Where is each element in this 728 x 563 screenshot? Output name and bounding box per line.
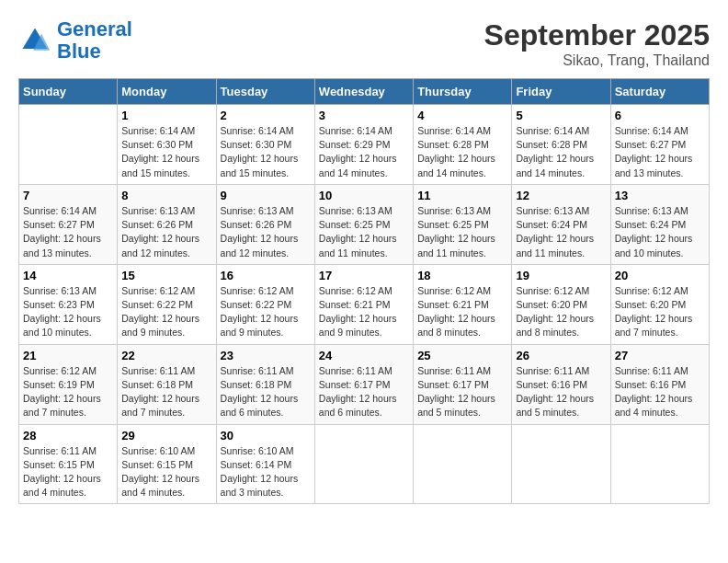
- title-area: September 2025 Sikao, Trang, Thailand: [484, 18, 710, 69]
- logo-icon: [18, 24, 51, 57]
- calendar-cell: [19, 105, 118, 185]
- calendar-cell: 28Sunrise: 6:11 AM Sunset: 6:15 PM Dayli…: [19, 424, 118, 504]
- calendar-cell: 17Sunrise: 6:12 AM Sunset: 6:21 PM Dayli…: [314, 264, 413, 344]
- day-number: 11: [417, 189, 507, 202]
- day-number: 4: [417, 109, 507, 122]
- day-info: Sunrise: 6:11 AM Sunset: 6:17 PM Dayligh…: [319, 364, 409, 420]
- day-header-tuesday: Tuesday: [216, 79, 314, 105]
- calendar-cell: 11Sunrise: 6:13 AM Sunset: 6:25 PM Dayli…: [414, 184, 512, 264]
- day-number: 1: [121, 109, 211, 122]
- day-info: Sunrise: 6:13 AM Sunset: 6:24 PM Dayligh…: [516, 204, 606, 260]
- calendar-cell: 9Sunrise: 6:13 AM Sunset: 6:26 PM Daylig…: [216, 184, 314, 264]
- day-info: Sunrise: 6:13 AM Sunset: 6:25 PM Dayligh…: [319, 204, 409, 260]
- day-info: Sunrise: 6:10 AM Sunset: 6:14 PM Dayligh…: [221, 444, 311, 500]
- day-info: Sunrise: 6:12 AM Sunset: 6:21 PM Dayligh…: [319, 284, 409, 340]
- calendar-cell: 16Sunrise: 6:12 AM Sunset: 6:22 PM Dayli…: [216, 264, 314, 344]
- calendar-cell: 20Sunrise: 6:12 AM Sunset: 6:20 PM Dayli…: [610, 264, 709, 344]
- logo-line1: General: [57, 17, 132, 40]
- day-number: 21: [23, 349, 113, 362]
- calendar-cell: [610, 424, 709, 504]
- day-number: 8: [121, 189, 211, 202]
- calendar-cell: 7Sunrise: 6:14 AM Sunset: 6:27 PM Daylig…: [19, 184, 118, 264]
- day-info: Sunrise: 6:11 AM Sunset: 6:15 PM Dayligh…: [23, 444, 113, 500]
- calendar-week-row: 1Sunrise: 6:14 AM Sunset: 6:30 PM Daylig…: [19, 105, 710, 185]
- calendar-cell: 29Sunrise: 6:10 AM Sunset: 6:15 PM Dayli…: [118, 424, 216, 504]
- day-number: 20: [615, 269, 705, 282]
- logo-line2: Blue: [57, 40, 132, 63]
- day-info: Sunrise: 6:12 AM Sunset: 6:22 PM Dayligh…: [121, 284, 211, 340]
- day-number: 14: [23, 269, 113, 282]
- calendar-cell: 12Sunrise: 6:13 AM Sunset: 6:24 PM Dayli…: [512, 184, 610, 264]
- calendar-cell: 6Sunrise: 6:14 AM Sunset: 6:27 PM Daylig…: [610, 105, 709, 185]
- day-info: Sunrise: 6:12 AM Sunset: 6:22 PM Dayligh…: [221, 284, 311, 340]
- calendar-cell: [414, 424, 512, 504]
- day-header-saturday: Saturday: [610, 79, 709, 105]
- day-number: 7: [23, 189, 113, 202]
- day-number: 28: [23, 429, 113, 442]
- calendar-week-row: 7Sunrise: 6:14 AM Sunset: 6:27 PM Daylig…: [19, 184, 710, 264]
- day-number: 25: [417, 349, 507, 362]
- day-number: 24: [319, 349, 409, 362]
- calendar-cell: 24Sunrise: 6:11 AM Sunset: 6:17 PM Dayli…: [314, 344, 413, 424]
- day-info: Sunrise: 6:12 AM Sunset: 6:19 PM Dayligh…: [23, 364, 113, 420]
- day-info: Sunrise: 6:14 AM Sunset: 6:30 PM Dayligh…: [221, 124, 311, 180]
- day-number: 12: [516, 189, 606, 202]
- calendar-header-row: SundayMondayTuesdayWednesdayThursdayFrid…: [19, 79, 710, 105]
- calendar-cell: 14Sunrise: 6:13 AM Sunset: 6:23 PM Dayli…: [19, 264, 118, 344]
- day-info: Sunrise: 6:10 AM Sunset: 6:15 PM Dayligh…: [121, 444, 211, 500]
- calendar-cell: 4Sunrise: 6:14 AM Sunset: 6:28 PM Daylig…: [414, 105, 512, 185]
- day-info: Sunrise: 6:12 AM Sunset: 6:20 PM Dayligh…: [516, 284, 606, 340]
- day-number: 5: [516, 109, 606, 122]
- day-number: 27: [615, 349, 705, 362]
- day-info: Sunrise: 6:13 AM Sunset: 6:25 PM Dayligh…: [417, 204, 507, 260]
- calendar-cell: 23Sunrise: 6:11 AM Sunset: 6:18 PM Dayli…: [216, 344, 314, 424]
- day-number: 17: [319, 269, 409, 282]
- day-number: 18: [417, 269, 507, 282]
- day-info: Sunrise: 6:12 AM Sunset: 6:21 PM Dayligh…: [417, 284, 507, 340]
- logo-text: General Blue: [57, 18, 132, 63]
- month-year: September 2025: [484, 18, 710, 52]
- calendar-cell: 5Sunrise: 6:14 AM Sunset: 6:28 PM Daylig…: [512, 105, 610, 185]
- calendar-cell: 2Sunrise: 6:14 AM Sunset: 6:30 PM Daylig…: [216, 105, 314, 185]
- day-number: 2: [221, 109, 311, 122]
- day-number: 13: [615, 189, 705, 202]
- day-number: 30: [221, 429, 311, 442]
- calendar-cell: 30Sunrise: 6:10 AM Sunset: 6:14 PM Dayli…: [216, 424, 314, 504]
- calendar-cell: 27Sunrise: 6:11 AM Sunset: 6:16 PM Dayli…: [610, 344, 709, 424]
- day-info: Sunrise: 6:14 AM Sunset: 6:27 PM Dayligh…: [615, 124, 705, 180]
- day-number: 6: [615, 109, 705, 122]
- day-info: Sunrise: 6:12 AM Sunset: 6:20 PM Dayligh…: [615, 284, 705, 340]
- day-header-sunday: Sunday: [19, 79, 118, 105]
- calendar-cell: 10Sunrise: 6:13 AM Sunset: 6:25 PM Dayli…: [314, 184, 413, 264]
- day-header-monday: Monday: [118, 79, 216, 105]
- day-number: 23: [221, 349, 311, 362]
- calendar-cell: 19Sunrise: 6:12 AM Sunset: 6:20 PM Dayli…: [512, 264, 610, 344]
- calendar-cell: 22Sunrise: 6:11 AM Sunset: 6:18 PM Dayli…: [118, 344, 216, 424]
- day-info: Sunrise: 6:13 AM Sunset: 6:26 PM Dayligh…: [221, 204, 311, 260]
- day-number: 3: [319, 109, 409, 122]
- calendar-cell: 3Sunrise: 6:14 AM Sunset: 6:29 PM Daylig…: [314, 105, 413, 185]
- location: Sikao, Trang, Thailand: [484, 52, 710, 69]
- calendar-table: SundayMondayTuesdayWednesdayThursdayFrid…: [18, 78, 710, 504]
- calendar-cell: 13Sunrise: 6:13 AM Sunset: 6:24 PM Dayli…: [610, 184, 709, 264]
- day-info: Sunrise: 6:14 AM Sunset: 6:28 PM Dayligh…: [417, 124, 507, 180]
- calendar-cell: 26Sunrise: 6:11 AM Sunset: 6:16 PM Dayli…: [512, 344, 610, 424]
- day-info: Sunrise: 6:14 AM Sunset: 6:30 PM Dayligh…: [121, 124, 211, 180]
- day-number: 16: [221, 269, 311, 282]
- day-number: 9: [221, 189, 311, 202]
- calendar-cell: 25Sunrise: 6:11 AM Sunset: 6:17 PM Dayli…: [414, 344, 512, 424]
- calendar-cell: 21Sunrise: 6:12 AM Sunset: 6:19 PM Dayli…: [19, 344, 118, 424]
- day-info: Sunrise: 6:11 AM Sunset: 6:18 PM Dayligh…: [121, 364, 211, 420]
- calendar-cell: 15Sunrise: 6:12 AM Sunset: 6:22 PM Dayli…: [118, 264, 216, 344]
- day-info: Sunrise: 6:14 AM Sunset: 6:28 PM Dayligh…: [516, 124, 606, 180]
- calendar-week-row: 14Sunrise: 6:13 AM Sunset: 6:23 PM Dayli…: [19, 264, 710, 344]
- day-info: Sunrise: 6:13 AM Sunset: 6:26 PM Dayligh…: [121, 204, 211, 260]
- day-number: 29: [121, 429, 211, 442]
- day-info: Sunrise: 6:11 AM Sunset: 6:16 PM Dayligh…: [516, 364, 606, 420]
- day-info: Sunrise: 6:11 AM Sunset: 6:18 PM Dayligh…: [221, 364, 311, 420]
- calendar-cell: 8Sunrise: 6:13 AM Sunset: 6:26 PM Daylig…: [118, 184, 216, 264]
- day-number: 15: [121, 269, 211, 282]
- calendar-cell: 1Sunrise: 6:14 AM Sunset: 6:30 PM Daylig…: [118, 105, 216, 185]
- day-header-friday: Friday: [512, 79, 610, 105]
- day-number: 10: [319, 189, 409, 202]
